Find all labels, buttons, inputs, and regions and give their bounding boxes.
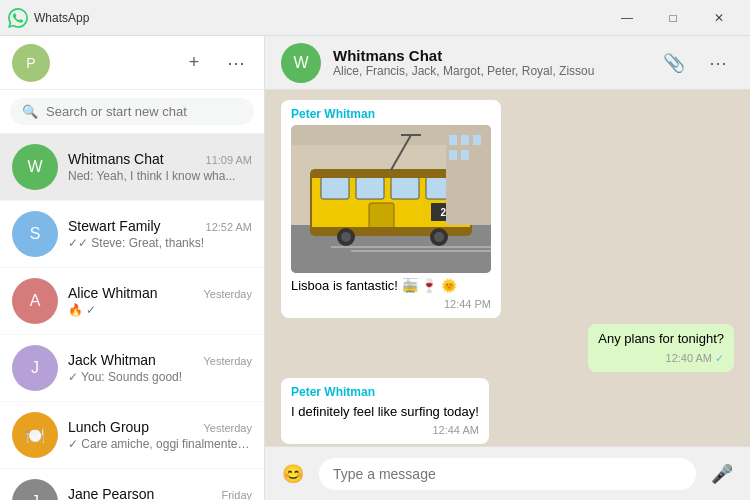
chat-info: Jack Whitman Yesterday ✓ You: Sounds goo… [68,352,252,384]
title-bar: WhatsApp — □ ✕ [0,0,750,36]
chat-time: Yesterday [203,355,252,367]
image-caption: Lisboa is fantastic! 🚋 🍷 🌞 [291,277,491,295]
profile-avatar[interactable]: P [12,44,50,82]
maximize-button[interactable]: □ [650,3,696,33]
chat-name: Jane Pearson [68,486,154,500]
chat-time: 12:52 AM [206,221,252,233]
chat-time: 11:09 AM [206,154,252,166]
messages-area: Peter Whitman [265,90,750,446]
app-title: WhatsApp [34,11,604,25]
new-chat-button[interactable]: + [178,47,210,79]
search-icon: 🔍 [22,104,38,119]
svg-point-14 [341,232,351,242]
message-time: 12:40 AM✓ [598,351,724,366]
message-time: 12:44 PM [291,297,491,312]
sidebar-header: P + ⋯ [0,36,264,90]
mic-button[interactable]: 🎤 [706,458,738,490]
window-controls: — □ ✕ [604,3,742,33]
chat-header-avatar: W [281,43,321,83]
message-sender: Peter Whitman [291,106,491,123]
main-content: P + ⋯ 🔍 W Whitmans Chat 11:09 AM Ned: Ye… [0,36,750,500]
svg-rect-22 [449,135,457,145]
chat-name: Stewart Family [68,218,161,234]
chat-name-row: Stewart Family 12:52 AM [68,218,252,234]
chat-preview: ✓ Care amiche, oggi finalmente posso [68,437,252,451]
chat-name: Lunch Group [68,419,149,435]
svg-rect-5 [356,177,384,199]
chat-info: Jane Pearson Friday Nice! I definitely f… [68,486,252,500]
message-bubble: Peter Whitman [281,100,501,318]
chat-menu-button[interactable]: ⋯ [702,47,734,79]
sidebar-menu-button[interactable]: ⋯ [220,47,252,79]
search-wrap: 🔍 [10,98,254,125]
close-button[interactable]: ✕ [696,3,742,33]
chat-name-row: Alice Whitman Yesterday [68,285,252,301]
input-bar: 😊 🎤 [265,446,750,500]
chat-item[interactable]: J Jane Pearson Friday Nice! I definitely… [0,469,264,500]
chat-avatar: S [12,211,58,257]
chat-name-row: Jane Pearson Friday [68,486,252,500]
sidebar: P + ⋯ 🔍 W Whitmans Chat 11:09 AM Ned: Ye… [0,36,265,500]
chat-name-row: Lunch Group Yesterday [68,419,252,435]
chat-time: Yesterday [203,288,252,300]
chat-time: Yesterday [203,422,252,434]
chat-header-name: Whitmans Chat [333,47,646,64]
chat-panel: W Whitmans Chat Alice, Francis, Jack, Ma… [265,36,750,500]
chat-list: W Whitmans Chat 11:09 AM Ned: Yeah, I th… [0,134,264,500]
chat-avatar: W [12,144,58,190]
search-bar: 🔍 [0,90,264,134]
chat-preview: ✓ You: Sounds good! [68,370,252,384]
svg-rect-26 [461,150,469,160]
emoji-button[interactable]: 😊 [277,458,309,490]
svg-rect-4 [321,177,349,199]
chat-preview: Ned: Yeah, I think I know wha... [68,169,252,183]
message-bubble: Any plans for tonight?12:40 AM✓ [588,324,734,372]
message-image[interactable]: 28 [291,125,491,273]
chat-avatar: J [12,345,58,391]
chat-item[interactable]: W Whitmans Chat 11:09 AM Ned: Yeah, I th… [0,134,264,201]
whatsapp-logo-icon [8,8,28,28]
chat-info: Whitmans Chat 11:09 AM Ned: Yeah, I thin… [68,151,252,183]
svg-point-16 [434,232,444,242]
chat-name: Alice Whitman [68,285,157,301]
svg-rect-23 [461,135,469,145]
chat-avatar: A [12,278,58,324]
chat-header-members: Alice, Francis, Jack, Margot, Peter, Roy… [333,64,633,78]
chat-name: Jack Whitman [68,352,156,368]
chat-item[interactable]: J Jack Whitman Yesterday ✓ You: Sounds g… [0,335,264,402]
chat-preview: ✓✓ Steve: Great, thanks! [68,236,252,250]
chat-name-row: Whitmans Chat 11:09 AM [68,151,252,167]
chat-header-info: Whitmans Chat Alice, Francis, Jack, Marg… [333,47,646,78]
message-text: Any plans for tonight? [598,330,724,348]
chat-item[interactable]: S Stewart Family 12:52 AM ✓✓ Steve: Grea… [0,201,264,268]
message-sender: Peter Whitman [291,384,479,401]
chat-header: W Whitmans Chat Alice, Francis, Jack, Ma… [265,36,750,90]
message-bubble: Peter WhitmanI definitely feel like surf… [281,378,489,444]
chat-name-row: Jack Whitman Yesterday [68,352,252,368]
message-time: 12:44 AM [291,423,479,438]
message-input[interactable] [319,458,696,490]
chat-info: Stewart Family 12:52 AM ✓✓ Steve: Great,… [68,218,252,250]
svg-rect-6 [391,177,419,199]
search-input[interactable] [46,104,242,119]
chat-item[interactable]: A Alice Whitman Yesterday 🔥 ✓ [0,268,264,335]
chat-name: Whitmans Chat [68,151,164,167]
message-text: I definitely feel like surfing today! [291,403,479,421]
chat-time: Friday [221,489,252,500]
attach-button[interactable]: 📎 [658,47,690,79]
svg-rect-25 [449,150,457,160]
chat-info: Lunch Group Yesterday ✓ Care amiche, ogg… [68,419,252,451]
chat-avatar: J [12,479,58,500]
chat-item[interactable]: 🍽️ Lunch Group Yesterday ✓ Care amiche, … [0,402,264,469]
minimize-button[interactable]: — [604,3,650,33]
chat-preview: 🔥 ✓ [68,303,252,317]
chat-avatar: 🍽️ [12,412,58,458]
svg-rect-24 [473,135,481,145]
chat-info: Alice Whitman Yesterday 🔥 ✓ [68,285,252,317]
